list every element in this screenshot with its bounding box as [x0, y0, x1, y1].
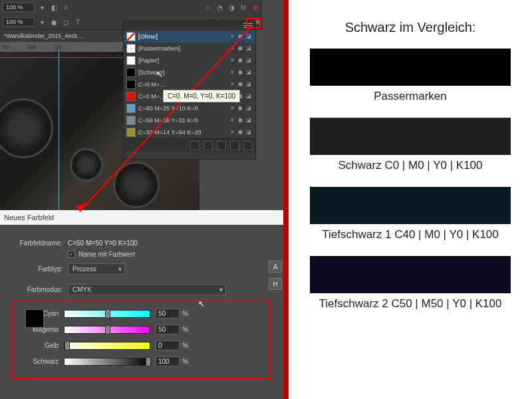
fill-icon[interactable]: ◼ — [49, 17, 59, 27]
comparison-swatch — [310, 118, 511, 155]
swatch-row[interactable]: [Schwarz]✕◼◪ — [124, 66, 255, 78]
cursor-icon: ↖ — [156, 70, 163, 79]
comparison-swatch — [310, 49, 511, 86]
swatch-tooltip: C=0, M=0, Y=0, K=100 — [163, 90, 240, 102]
dialog-button[interactable]: H — [269, 278, 282, 290]
ruler: 5010015 — [0, 42, 123, 52]
swatch-view-icon[interactable] — [217, 141, 226, 150]
swatch-row[interactable]: C=58 M=36 Y=31 K=0✕◼◪ — [124, 114, 255, 126]
zoom-dropdown-2[interactable]: 100 % — [3, 17, 35, 27]
document-tab[interactable]: *Wandkalender_2015_4eck… — [0, 30, 123, 42]
swatch-view-icon[interactable] — [190, 141, 200, 150]
comparison-label: Schwarz C0 | M0 | Y0 | K100 — [289, 159, 532, 172]
type-label: Farbtyp: — [12, 265, 68, 273]
text-icon[interactable]: T — [73, 17, 82, 27]
mode-dropdown[interactable]: CMYK — [68, 284, 226, 295]
comparison-panel: Schwarz im Vergleich: PassermarkenSchwar… — [289, 0, 532, 399]
zoom-dropdown[interactable]: 100 % — [3, 3, 35, 12]
slider[interactable] — [64, 310, 150, 318]
comparison-label: Passermarken — [289, 90, 532, 103]
tool-icon[interactable]: ◧ — [49, 3, 59, 12]
cursor-icon: ↖ — [198, 299, 205, 309]
comparison-label: Tiefschwarz 1 C40 | M0 | Y0 | K100 — [289, 228, 532, 241]
stroke-icon[interactable]: ◻ — [61, 17, 70, 27]
swatch-row[interactable]: ✛[Passermarken]✕◼◪ — [124, 43, 255, 55]
slider[interactable] — [64, 326, 150, 334]
slider-value[interactable]: 50 — [156, 325, 180, 334]
new-swatch-icon[interactable] — [230, 141, 239, 150]
name-with-value-checkbox[interactable]: ✓ — [68, 251, 75, 258]
mode-label: Farbmodus: — [12, 286, 68, 293]
name-label: Farbfeldname: — [12, 239, 68, 247]
name-value: C=50 M=50 Y=0 K=100 — [68, 239, 138, 247]
swatch-row[interactable]: [Papier]✕◼◪ — [124, 55, 255, 66]
swatch-row[interactable]: C=0 M=…✕◼◪ — [124, 78, 255, 90]
comparison-label: Tiefschwarz 2 C50 | M50 | Y0 | K100 — [289, 297, 532, 311]
circle-icon[interactable]: ○ — [203, 3, 212, 12]
slider[interactable] — [64, 342, 150, 350]
checkbox-label: Name mit Farbwert — [78, 251, 135, 258]
comparison-swatch — [310, 187, 511, 224]
slider[interactable] — [64, 358, 150, 366]
swatches-footer — [124, 138, 255, 152]
trash-icon[interactable] — [243, 141, 253, 150]
highlight-box — [246, 18, 261, 29]
type-dropdown[interactable]: Prozess — [68, 263, 125, 275]
circle-icon[interactable]: ◑ — [227, 3, 236, 12]
divider — [283, 0, 289, 399]
swatch-row[interactable]: C=33 M=14 Y=94 K=20✕◼◪ — [124, 126, 255, 138]
comparison-swatch — [310, 256, 511, 293]
fx-icon[interactable]: fx — [239, 3, 248, 12]
slider-value[interactable]: 100 — [156, 356, 180, 366]
none-icon[interactable]: ⊘ — [251, 3, 260, 12]
dialog-title-bar: Neues Farbfeld — [0, 210, 283, 225]
swatch-row[interactable]: C=60 M=25 Y=10 K=0✕◼◪ — [124, 102, 255, 114]
chevron-icon: ▾ — [37, 3, 47, 12]
dialog-button[interactable]: A — [269, 261, 282, 273]
cmyk-sliders: Cyan50%Magenta50%Gelb0%Schwarz100% — [12, 301, 271, 379]
comparison-title: Schwarz im Vergleich: — [289, 0, 532, 49]
tool-icon[interactable]: ◊ — [61, 3, 70, 12]
swatch-view-icon[interactable] — [203, 141, 213, 150]
circle-icon[interactable]: ◔ — [215, 3, 224, 12]
slider-value[interactable]: 0 — [156, 340, 180, 350]
slider-value[interactable]: 50 — [156, 309, 180, 319]
swatch-row[interactable]: [Ohne]✕◼◪ — [124, 31, 255, 43]
color-preview — [25, 309, 44, 328]
